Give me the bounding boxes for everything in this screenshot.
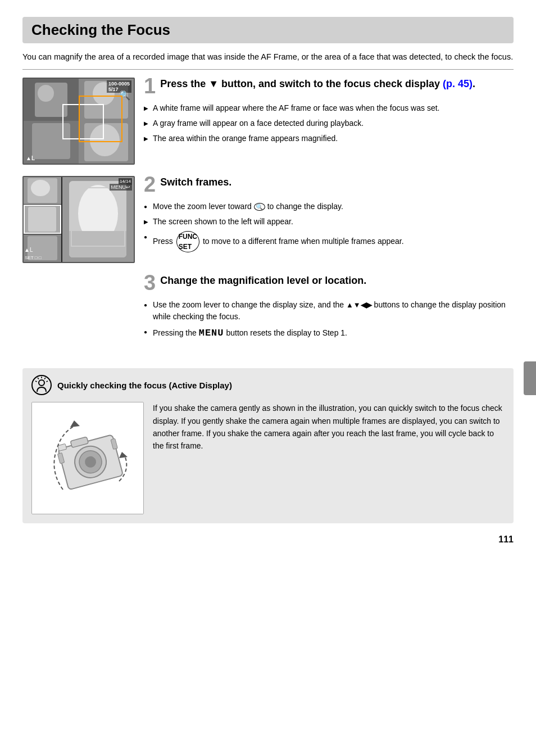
step-3-header-area: 3 Change the magnification level or loca… bbox=[144, 274, 514, 293]
tip-image bbox=[31, 402, 144, 514]
step-2-bullets: Move the zoom lever toward 🔍 to change t… bbox=[144, 201, 514, 252]
step-1-bullets: A white frame will appear where the AF f… bbox=[144, 102, 514, 144]
step-1-content: 1 Press the ▼ button, and switch to the … bbox=[144, 78, 514, 148]
thumb-2 bbox=[24, 205, 61, 234]
corner-icon: ▲L bbox=[26, 155, 35, 161]
step-1-bullet-2: A gray frame will appear on a face detec… bbox=[144, 117, 514, 129]
main-content: 100-00055/17 🔍 ▲L 1 Press the ▼ button, … bbox=[22, 78, 514, 524]
svg-line-4 bbox=[38, 378, 39, 379]
step-2-header-area: 2 Switch frames. bbox=[144, 176, 514, 195]
svg-line-3 bbox=[47, 381, 48, 382]
step-1-row: 100-00055/17 🔍 ▲L 1 Press the ▼ button, … bbox=[22, 78, 514, 165]
menu-label: MENU bbox=[199, 328, 224, 338]
page-title: Checking the Focus bbox=[22, 17, 514, 43]
step-3-bullet-2: Pressing the MENU button resets the disp… bbox=[144, 326, 514, 341]
s2-set-icon: SET □·□ bbox=[25, 255, 42, 260]
step-3-bullet-1: Use the zoom lever to change the display… bbox=[144, 299, 514, 323]
arrow-keys: ▲▼◀▶ bbox=[346, 301, 372, 309]
step-2-bullet-2: The screen shown to the left will appear… bbox=[144, 216, 514, 228]
step-2-bullet-1: Move the zoom lever toward 🔍 to change t… bbox=[144, 201, 514, 212]
title-text: Checking the Focus bbox=[31, 21, 170, 38]
step-2-bullet-3: Press FUNCSET to move to a different fra… bbox=[144, 231, 514, 252]
step-3-number: 3 bbox=[144, 272, 156, 293]
orange-frame bbox=[79, 96, 122, 142]
step-2-row: 14/14 MENU↩ SET □·□ ▲L 2 Switch frames. … bbox=[22, 176, 514, 263]
step-2-heading: Switch frames. bbox=[160, 176, 231, 189]
step-2-screen: 14/14 MENU↩ SET □·□ ▲L bbox=[24, 177, 134, 262]
step-1-screen: 100-00055/17 🔍 ▲L bbox=[24, 79, 134, 164]
tip-body: If you shake the camera gently as shown … bbox=[31, 402, 505, 514]
svg-point-0 bbox=[39, 380, 44, 386]
side-tab bbox=[524, 361, 536, 395]
step-3-bullets: Use the zoom lever to change the display… bbox=[144, 299, 514, 341]
step-2-image: 14/14 MENU↩ SET □·□ ▲L bbox=[22, 176, 135, 263]
page-number: 111 bbox=[22, 535, 514, 545]
thumb-1 bbox=[24, 177, 61, 204]
step-3-heading: Change the magnification level or locati… bbox=[160, 274, 366, 287]
tip-title: Quickly checking the focus (Active Displ… bbox=[57, 381, 232, 390]
step-3-content: 3 Change the magnification level or loca… bbox=[144, 274, 514, 344]
step-2-number: 2 bbox=[144, 174, 156, 195]
tip-icon bbox=[31, 375, 52, 395]
step-2-content: 2 Switch frames. Move the zoom lever tow… bbox=[144, 176, 514, 256]
intro-paragraph: You can magnify the area of a recorded i… bbox=[22, 51, 514, 70]
tip-box: Quickly checking the focus (Active Displ… bbox=[22, 368, 514, 523]
step-1-image: 100-00055/17 🔍 ▲L bbox=[22, 78, 135, 165]
step-1-link[interactable]: (p. 45) bbox=[443, 78, 473, 89]
svg-line-5 bbox=[35, 381, 37, 382]
tip-text: If you shake the camera gently as shown … bbox=[153, 402, 505, 452]
step-3-row: 3 Change the magnification level or loca… bbox=[144, 274, 514, 344]
step-1-header-area: 1 Press the ▼ button, and switch to the … bbox=[144, 78, 514, 97]
tip-header: Quickly checking the focus (Active Displ… bbox=[31, 375, 505, 395]
tip-svg-icon bbox=[33, 376, 51, 394]
svg-line-2 bbox=[44, 378, 46, 379]
camera-shake-illustration bbox=[32, 402, 144, 514]
step-1-bullet-1: A white frame will appear where the AF f… bbox=[144, 102, 514, 114]
func-set-icon: FUNCSET bbox=[176, 231, 199, 252]
step-1-bullet-3: The area within the orange frame appears… bbox=[144, 133, 514, 144]
step-1-number: 1 bbox=[144, 75, 156, 97]
s2-al-icon: ▲L bbox=[24, 247, 33, 253]
intro-text: You can magnify the area of a recorded i… bbox=[22, 52, 513, 61]
step-1-heading: Press the ▼ button, and switch to the fo… bbox=[160, 78, 475, 90]
s2-menu-icon: MENU↩ bbox=[110, 184, 133, 191]
